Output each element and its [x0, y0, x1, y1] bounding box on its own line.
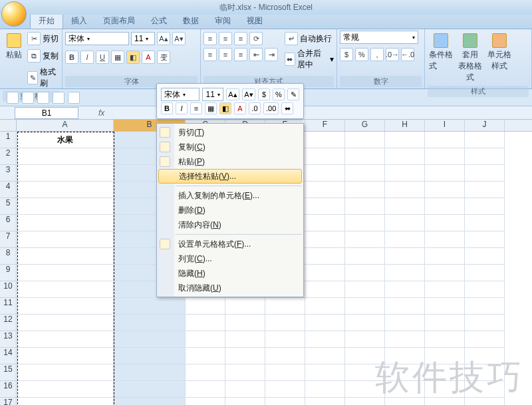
- font-size-combo[interactable]: 11▾: [131, 32, 155, 45]
- cell-C12[interactable]: [186, 315, 225, 331]
- cell-I8[interactable]: [425, 248, 465, 265]
- cell-H5[interactable]: [385, 198, 425, 215]
- cell-I2[interactable]: [425, 148, 465, 165]
- cell-J13[interactable]: [465, 331, 505, 348]
- cell-C15[interactable]: [186, 364, 225, 381]
- align-top-icon[interactable]: ≡: [203, 32, 217, 45]
- cell-F4[interactable]: [305, 182, 345, 198]
- cell-A11[interactable]: [17, 298, 114, 315]
- merge-center-button[interactable]: ⬌合并后居中▾: [285, 48, 334, 70]
- table-style-button[interactable]: 套用 表格格式: [457, 31, 483, 86]
- ribbon-tab-插入[interactable]: 插入: [63, 13, 95, 29]
- cell-D17[interactable]: [225, 398, 265, 405]
- cell-G10[interactable]: [345, 281, 385, 298]
- cell-B12[interactable]: [114, 315, 186, 331]
- underline-button[interactable]: U: [96, 51, 109, 64]
- cell-H11[interactable]: [385, 298, 425, 315]
- cell-G6[interactable]: [345, 215, 385, 231]
- cell-B16[interactable]: [114, 381, 186, 398]
- cell-A6[interactable]: [17, 215, 114, 231]
- cell-H7[interactable]: [385, 231, 425, 248]
- cell-G15[interactable]: [345, 364, 385, 381]
- cell-H9[interactable]: [385, 265, 425, 281]
- cell-G2[interactable]: [345, 148, 385, 165]
- cell-F1[interactable]: [305, 132, 345, 148]
- cell-J2[interactable]: [465, 148, 505, 165]
- cell-I14[interactable]: [425, 348, 465, 364]
- cell-F16[interactable]: [305, 381, 345, 398]
- qat-undo-icon[interactable]: [22, 92, 34, 104]
- context-item-设置单元格格式[interactable]: 设置单元格格式(F)...: [157, 237, 303, 251]
- cell-G12[interactable]: [345, 315, 385, 331]
- row-header-17[interactable]: 17: [0, 398, 17, 405]
- cell-B14[interactable]: [114, 348, 186, 364]
- cell-I15[interactable]: [425, 364, 465, 381]
- cell-C16[interactable]: [186, 381, 225, 398]
- cell-D15[interactable]: [225, 364, 265, 381]
- indent-inc-icon[interactable]: ⇥: [265, 48, 278, 61]
- cell-F6[interactable]: [305, 215, 345, 231]
- cell-F10[interactable]: [305, 281, 345, 298]
- cell-E16[interactable]: [265, 381, 305, 398]
- mini-merge-icon[interactable]: ⬌: [281, 102, 293, 114]
- cell-A14[interactable]: [17, 348, 114, 364]
- cell-J12[interactable]: [465, 315, 505, 331]
- cell-F9[interactable]: [305, 265, 345, 281]
- fx-icon[interactable]: fx: [98, 108, 104, 118]
- ribbon-tab-开始[interactable]: 开始: [30, 13, 63, 29]
- row-header-4[interactable]: 4: [0, 182, 17, 198]
- align-middle-icon[interactable]: ≡: [219, 32, 232, 45]
- row-header-15[interactable]: 15: [0, 364, 17, 381]
- row-header-13[interactable]: 13: [0, 331, 17, 348]
- cell-G17[interactable]: [345, 398, 385, 405]
- cell-F13[interactable]: [305, 331, 345, 348]
- row-header-3[interactable]: 3: [0, 165, 17, 182]
- cell-style-button[interactable]: 单元格 样式: [486, 31, 513, 74]
- cell-G3[interactable]: [345, 165, 385, 182]
- cell-I6[interactable]: [425, 215, 465, 231]
- cell-G8[interactable]: [345, 248, 385, 265]
- cell-I7[interactable]: [425, 231, 465, 248]
- cell-A16[interactable]: [17, 381, 114, 398]
- dec-decimal-icon[interactable]: ←.0: [401, 48, 414, 61]
- cell-I16[interactable]: [425, 381, 465, 398]
- cell-H14[interactable]: [385, 348, 425, 364]
- cell-H13[interactable]: [385, 331, 425, 348]
- wrap-text-button[interactable]: ↵自动换行: [285, 32, 334, 45]
- cell-H15[interactable]: [385, 364, 425, 381]
- context-item-插入复制的单元格[interactable]: 插入复制的单元格(E)...: [157, 188, 303, 203]
- mini-inc-dec-icon[interactable]: .0: [249, 102, 261, 114]
- cell-J5[interactable]: [465, 198, 505, 215]
- cell-H17[interactable]: [385, 398, 425, 405]
- cell-I17[interactable]: [425, 398, 465, 405]
- row-header-8[interactable]: 8: [0, 248, 17, 265]
- cell-G1[interactable]: [345, 132, 385, 148]
- border-button[interactable]: ▦: [111, 51, 124, 64]
- cell-D13[interactable]: [225, 331, 265, 348]
- cell-A4[interactable]: [17, 182, 114, 198]
- cell-D14[interactable]: [225, 348, 265, 364]
- column-header-G[interactable]: G: [345, 120, 385, 131]
- number-format-combo[interactable]: 常规▾: [340, 31, 418, 44]
- qat-print-icon[interactable]: [53, 92, 65, 104]
- cell-H3[interactable]: [385, 165, 425, 182]
- cell-E12[interactable]: [265, 315, 305, 331]
- qat-save-icon[interactable]: [7, 92, 19, 104]
- cell-F2[interactable]: [305, 148, 345, 165]
- column-header-H[interactable]: H: [385, 120, 425, 131]
- cell-B17[interactable]: [114, 398, 186, 405]
- context-item-剪切[interactable]: 剪切(T): [157, 125, 303, 140]
- fill-color-button[interactable]: ◧: [126, 51, 140, 64]
- cell-A7[interactable]: [17, 231, 114, 248]
- cell-F3[interactable]: [305, 165, 345, 182]
- mini-font-color-icon[interactable]: A: [234, 102, 246, 114]
- row-header-9[interactable]: 9: [0, 265, 17, 281]
- cell-C13[interactable]: [186, 331, 225, 348]
- cell-H10[interactable]: [385, 281, 425, 298]
- row-header-1[interactable]: 1: [0, 132, 17, 148]
- cell-E17[interactable]: [265, 398, 305, 405]
- mini-currency-icon[interactable]: $: [258, 88, 270, 100]
- align-bottom-icon[interactable]: ≡: [234, 32, 247, 45]
- cell-A15[interactable]: [17, 364, 114, 381]
- cell-G5[interactable]: [345, 198, 385, 215]
